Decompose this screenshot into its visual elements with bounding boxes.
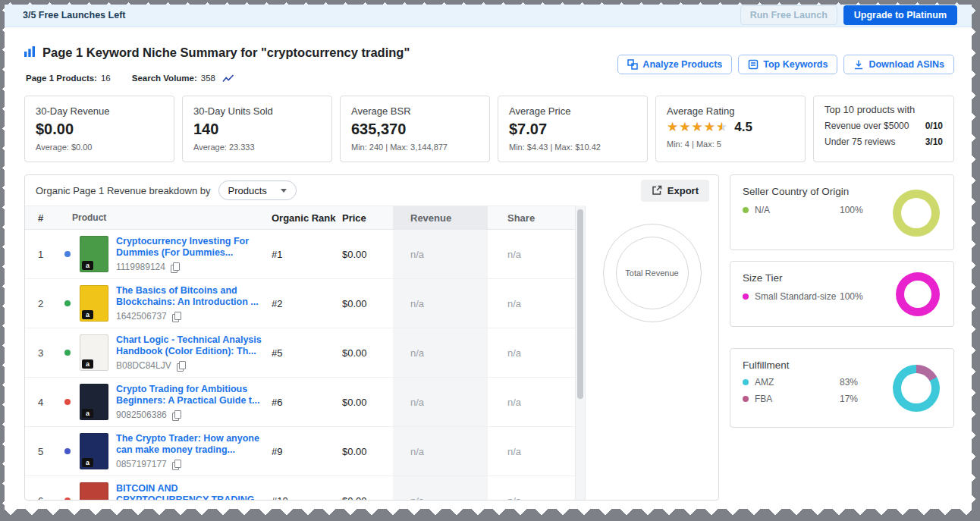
breakdown-title: Organic Page 1 Revenue breakdown by bbox=[36, 185, 211, 196]
product-cover: a bbox=[80, 482, 108, 501]
products-table: # Product Organic Rank Price Revenue Sha… bbox=[25, 206, 575, 501]
top10-row: Revenue over $5000 0/10 bbox=[825, 121, 943, 131]
page-header: Page 1 Keyword Niche Summary for "crypto… bbox=[24, 46, 410, 60]
rating-value: 4.5 bbox=[734, 120, 752, 135]
product-title-link[interactable]: The Crypto Trader: How anyone can make m… bbox=[116, 433, 264, 456]
product-title-link[interactable]: The Basics of Bitcoins and Blockchains: … bbox=[116, 285, 264, 308]
app-window: 3/5 Free Launches Left Run Free Launch U… bbox=[0, 0, 980, 521]
stat-card-bsr: Average BSR 635,370 Min: 240 | Max: 3,14… bbox=[340, 96, 490, 162]
status-dot bbox=[64, 251, 71, 257]
download-asins-button[interactable]: Download ASINs bbox=[843, 55, 954, 74]
product-cover: a bbox=[80, 384, 108, 420]
donut-ring: Total Revenue bbox=[603, 224, 702, 322]
size-tier-donut bbox=[896, 272, 940, 316]
breakdown-header: Organic Page 1 Revenue breakdown by Prod… bbox=[25, 175, 718, 206]
analyze-products-button[interactable]: Analyze Products bbox=[617, 55, 732, 74]
export-button[interactable]: Export bbox=[641, 180, 709, 202]
product-title-link[interactable]: Chart Logic - Technical Analysis Handboo… bbox=[116, 334, 264, 357]
stat-card-units-sold: 30-Day Units Sold 140 Average: 23.333 bbox=[182, 96, 332, 162]
table-row: 2 a The Basics of Bitcoins and Blockchai… bbox=[25, 279, 575, 328]
status-dot bbox=[64, 497, 71, 501]
table-header: # Product Organic Rank Price Revenue Sha… bbox=[25, 206, 575, 230]
size-tier-card: Size Tier Small Standard-size 100% bbox=[730, 261, 954, 327]
product-title-link[interactable]: Crypto Trading for Ambitious Beginners: … bbox=[116, 384, 264, 406]
download-icon bbox=[853, 59, 864, 70]
breakdown-dropdown-value: Products bbox=[228, 185, 267, 196]
copy-icon[interactable] bbox=[171, 262, 180, 272]
free-launches-left-text: 3/5 Free Launches Left bbox=[23, 10, 125, 20]
search-volume-label: Search Volume: bbox=[132, 74, 197, 83]
table-row: 4 a Crypto Trading for Ambitious Beginne… bbox=[25, 378, 575, 427]
status-dot bbox=[64, 350, 71, 356]
legend-dot bbox=[743, 379, 749, 385]
seller-country-donut bbox=[893, 190, 940, 237]
product-title-link[interactable]: BITCOIN AND CRYPTOCURRENCY TRADING... bbox=[116, 483, 264, 501]
table-row: 1 a Cryptocurrency Investing For Dummies… bbox=[25, 230, 575, 279]
bar-chart-icon bbox=[24, 46, 36, 60]
table-row: 5 a The Crypto Trader: How anyone can ma… bbox=[25, 427, 575, 476]
table-row: 3 a Chart Logic - Technical Analysis Han… bbox=[25, 328, 575, 378]
keywords-list-icon bbox=[748, 59, 759, 70]
export-icon bbox=[652, 185, 662, 196]
top-keywords-button[interactable]: Top Keywords bbox=[738, 55, 837, 74]
asin-text: 1642506737 bbox=[116, 311, 167, 322]
amazon-badge-icon: a bbox=[82, 409, 93, 418]
copy-icon[interactable] bbox=[177, 361, 186, 371]
table-row: 6 a BITCOIN AND CRYPTOCURRENCY TRADING..… bbox=[25, 476, 575, 501]
top-banner: 3/5 Free Launches Left Run Free Launch U… bbox=[5, 3, 975, 27]
legend-dot bbox=[743, 293, 749, 300]
amazon-badge-icon: a bbox=[82, 359, 93, 369]
products-count-label: Page 1 Products: bbox=[26, 74, 97, 83]
torn-edge-right bbox=[972, 0, 980, 521]
upgrade-to-platinum-button[interactable]: Upgrade to Platinum bbox=[843, 5, 957, 25]
stat-card-top10: Top 10 products with Revenue over $5000 … bbox=[813, 96, 954, 162]
page-title: Page 1 Keyword Niche Summary for "crypto… bbox=[42, 46, 410, 60]
copy-icon[interactable] bbox=[172, 460, 181, 469]
chevron-down-icon bbox=[281, 189, 287, 193]
stat-cards-row: 30-Day Revenue $0.00 Average: $0.00 30-D… bbox=[24, 96, 954, 162]
fulfillment-card: Fulfillment AMZ 83% FBA 17% bbox=[730, 348, 954, 428]
status-dot bbox=[64, 448, 71, 454]
amazon-badge-icon: a bbox=[82, 310, 93, 319]
torn-edge-bottom bbox=[0, 509, 980, 521]
run-free-launch-button[interactable]: Run Free Launch bbox=[740, 5, 837, 25]
breakdown-dropdown[interactable]: Products bbox=[218, 180, 297, 200]
status-dot bbox=[64, 300, 71, 306]
stat-card-rating: Average Rating ★★★★★★★★★★ 4.5 Min: 4 | M… bbox=[655, 96, 806, 162]
legend-dot bbox=[743, 207, 749, 213]
product-cover: a bbox=[80, 334, 108, 371]
scrollbar-thumb[interactable] bbox=[577, 209, 583, 399]
asin-text: 0857197177 bbox=[116, 459, 167, 469]
breakdown-body: # Product Organic Rank Price Revenue Sha… bbox=[25, 206, 718, 501]
torn-edge-left bbox=[0, 0, 5, 521]
header-actions: Analyze Products Top Keywords Download A… bbox=[617, 55, 954, 74]
summary-sidebar: Seller Country of Origin N/A 100% Size T… bbox=[730, 174, 954, 428]
asin-text: 9082506386 bbox=[116, 410, 167, 420]
top10-row: Under 75 reviews 3/10 bbox=[825, 137, 943, 147]
legend-dot bbox=[743, 396, 749, 402]
amazon-badge-icon: a bbox=[82, 261, 93, 270]
status-dot bbox=[64, 399, 71, 405]
product-cover: a bbox=[80, 285, 108, 322]
stat-card-price: Average Price $7.07 Min: $4.43 | Max: $1… bbox=[498, 96, 648, 162]
asin-text: 1119989124 bbox=[116, 262, 165, 272]
copy-icon[interactable] bbox=[172, 410, 181, 420]
products-count-value: 16 bbox=[101, 74, 111, 83]
star-rating-fill: ★★★★★ bbox=[667, 121, 722, 135]
keyword-meta: Page 1 Products: 16 Search Volume: 358 bbox=[26, 74, 234, 83]
product-cover: a bbox=[80, 433, 108, 469]
search-volume-value: 358 bbox=[201, 74, 215, 83]
donut-center-label: Total Revenue bbox=[616, 237, 689, 309]
table-scrollbar[interactable] bbox=[575, 206, 586, 501]
topbar-actions: Run Free Launch Upgrade to Platinum bbox=[740, 5, 957, 25]
copy-icon[interactable] bbox=[172, 312, 181, 322]
asin-text: B08DC84LJV bbox=[116, 360, 171, 371]
trend-chart-icon[interactable] bbox=[222, 74, 234, 83]
product-title-link[interactable]: Cryptocurrency Investing For Dummies (Fo… bbox=[116, 236, 264, 259]
analyze-icon bbox=[627, 59, 638, 70]
amazon-badge-icon: a bbox=[82, 458, 93, 467]
star-rating-icon: ★★★★★★★★★★ bbox=[667, 121, 728, 135]
stat-card-revenue: 30-Day Revenue $0.00 Average: $0.00 bbox=[24, 96, 174, 162]
fulfillment-donut bbox=[893, 365, 940, 412]
product-cover: a bbox=[80, 236, 108, 272]
